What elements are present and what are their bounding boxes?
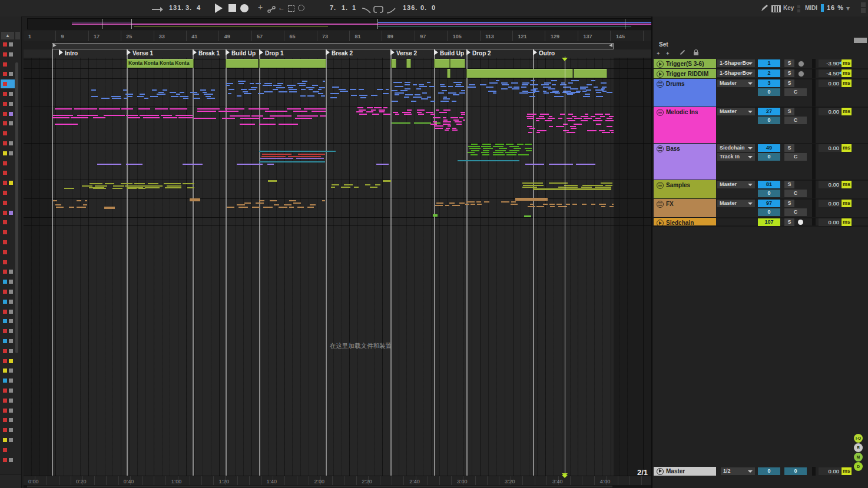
track-crossfade-button[interactable]: C bbox=[784, 208, 807, 216]
time-sig-numerator[interactable]: 3. bbox=[185, 4, 192, 11]
clip-notes-region[interactable] bbox=[521, 164, 612, 165]
clip-notes-region[interactable] bbox=[390, 122, 440, 125]
clip-notes-region[interactable] bbox=[515, 198, 548, 201]
track-send-number[interactable]: 1 bbox=[758, 59, 780, 67]
nav-left-icon[interactable]: ✦ bbox=[656, 51, 661, 57]
clip-notes-region[interactable] bbox=[327, 184, 380, 190]
clip-notes-region[interactable] bbox=[465, 201, 521, 207]
clip-notes-region[interactable] bbox=[52, 124, 325, 127]
rail-item[interactable] bbox=[9, 112, 13, 116]
rail-item[interactable] bbox=[3, 131, 7, 135]
stop-button[interactable] bbox=[228, 4, 236, 12]
track-send-number[interactable]: 107 bbox=[758, 218, 780, 226]
master-volume-value[interactable]: 0.00 bbox=[819, 467, 841, 475]
clip-notes-region[interactable] bbox=[52, 115, 193, 121]
rail-item[interactable] bbox=[9, 379, 13, 383]
rail-item[interactable] bbox=[3, 339, 7, 343]
clip-notes-region[interactable] bbox=[526, 114, 614, 122]
track-header[interactable]: Samples bbox=[654, 180, 716, 198]
master-send-b-value[interactable]: 0 bbox=[784, 467, 807, 475]
clip-notes-region[interactable] bbox=[88, 89, 215, 100]
track-ms-badge[interactable]: ms bbox=[842, 181, 852, 188]
track-solo-button[interactable]: S bbox=[784, 200, 794, 207]
rail-header-box[interactable] bbox=[15, 32, 20, 39]
track-display-area[interactable]: Konta Konta Konta Konta 在这里加载文件和装置 bbox=[24, 58, 651, 476]
clip-notes-region[interactable] bbox=[259, 154, 325, 158]
rail-collapse-button[interactable]: ▲ bbox=[1, 32, 14, 39]
track-send-number[interactable]: 49 bbox=[758, 144, 780, 152]
rail-item[interactable] bbox=[3, 42, 7, 47]
track-volume-value[interactable]: 0.00 bbox=[819, 200, 841, 207]
rail-item[interactable] bbox=[9, 418, 13, 422]
rail-item[interactable] bbox=[9, 300, 13, 304]
clip-notes-region[interactable] bbox=[193, 108, 326, 113]
rail-item[interactable] bbox=[3, 201, 7, 205]
master-routing-select[interactable]: 1/2 bbox=[721, 467, 755, 475]
rail-item[interactable] bbox=[9, 72, 13, 76]
rail-item[interactable] bbox=[3, 379, 7, 383]
track-volume-value[interactable]: 0.00 bbox=[819, 218, 841, 226]
track-arm-dot[interactable] bbox=[798, 220, 803, 225]
clip-notes-region[interactable] bbox=[88, 183, 194, 190]
clip-notes-region[interactable] bbox=[226, 200, 325, 210]
rail-item[interactable] bbox=[3, 171, 7, 175]
track-solo-button[interactable]: S bbox=[784, 69, 794, 77]
locator-row[interactable]: IntroVerse 1Break 1Build UpDrop 1Break 2… bbox=[24, 49, 651, 58]
track-ms-badge[interactable]: ms bbox=[842, 144, 852, 152]
clip-notes-region[interactable] bbox=[383, 180, 391, 182]
clip-notes-region[interactable] bbox=[193, 115, 326, 121]
locator-break-1[interactable]: Break 1 bbox=[193, 49, 220, 58]
clip-notes-region[interactable] bbox=[52, 108, 193, 112]
rail-item[interactable] bbox=[9, 102, 13, 106]
clip-notes-region[interactable] bbox=[268, 180, 277, 182]
rail-item[interactable] bbox=[9, 438, 13, 442]
rail-item[interactable] bbox=[3, 389, 7, 393]
rail-item[interactable] bbox=[9, 121, 13, 125]
track-ms-badge[interactable]: ms bbox=[842, 79, 852, 87]
track-solo-button[interactable]: S bbox=[784, 108, 794, 115]
track-crossfade-button[interactable]: C bbox=[784, 117, 807, 124]
rail-item[interactable] bbox=[3, 458, 7, 462]
track-routing-select[interactable]: Master bbox=[717, 181, 755, 188]
track-header[interactable]: Trigger RIDDIM bbox=[654, 69, 716, 78]
track-send-number[interactable]: 27 bbox=[758, 108, 780, 115]
play-button[interactable] bbox=[215, 4, 223, 13]
rail-item[interactable] bbox=[3, 438, 7, 442]
rail-item[interactable] bbox=[3, 270, 7, 274]
clip-notes-region[interactable] bbox=[434, 202, 465, 207]
midi-map-button[interactable]: MIDI bbox=[805, 5, 817, 11]
clip-notes-region[interactable] bbox=[390, 82, 465, 103]
rail-item[interactable] bbox=[3, 112, 7, 116]
track-header[interactable]: Drums bbox=[654, 79, 716, 107]
track-header[interactable]: Melodic Ins bbox=[654, 107, 716, 143]
rail-item[interactable] bbox=[9, 458, 13, 462]
rail-item[interactable] bbox=[9, 349, 13, 353]
view-toggle-r[interactable]: R bbox=[854, 443, 863, 452]
track-routing-select[interactable]: 1-ShaperBo bbox=[717, 59, 755, 67]
track-routing-select[interactable]: Siedchain bbox=[717, 144, 755, 152]
key-map-button[interactable]: Key bbox=[783, 5, 794, 11]
lock-icon[interactable] bbox=[694, 49, 700, 57]
rail-item[interactable] bbox=[9, 280, 13, 284]
loop-start-handle[interactable] bbox=[53, 44, 57, 47]
loop-brace[interactable] bbox=[52, 43, 614, 49]
rail-item[interactable] bbox=[3, 319, 7, 323]
rail-item[interactable] bbox=[3, 220, 7, 224]
track-crossfade-button[interactable]: C bbox=[784, 190, 807, 197]
clip-notes-region[interactable] bbox=[533, 188, 611, 190]
rail-item[interactable] bbox=[9, 52, 13, 57]
rail-item[interactable] bbox=[9, 359, 13, 363]
track-send-number[interactable]: 97 bbox=[758, 200, 780, 207]
rail-item[interactable] bbox=[3, 300, 7, 304]
clip-notes-region[interactable] bbox=[433, 214, 438, 217]
new-button-icon[interactable]: + bbox=[258, 2, 263, 12]
track-solo-button[interactable]: S bbox=[784, 59, 794, 67]
view-toggle-m[interactable]: M bbox=[854, 453, 863, 462]
clip-block[interactable] bbox=[434, 59, 450, 68]
nav-right-icon[interactable]: ✦ bbox=[665, 51, 670, 57]
rail-item[interactable] bbox=[3, 181, 7, 185]
track-routing-select[interactable]: Master bbox=[717, 108, 755, 115]
track-routing-select[interactable]: Track In bbox=[717, 153, 755, 161]
rail-item[interactable] bbox=[3, 310, 7, 314]
rail-item[interactable] bbox=[3, 250, 7, 254]
